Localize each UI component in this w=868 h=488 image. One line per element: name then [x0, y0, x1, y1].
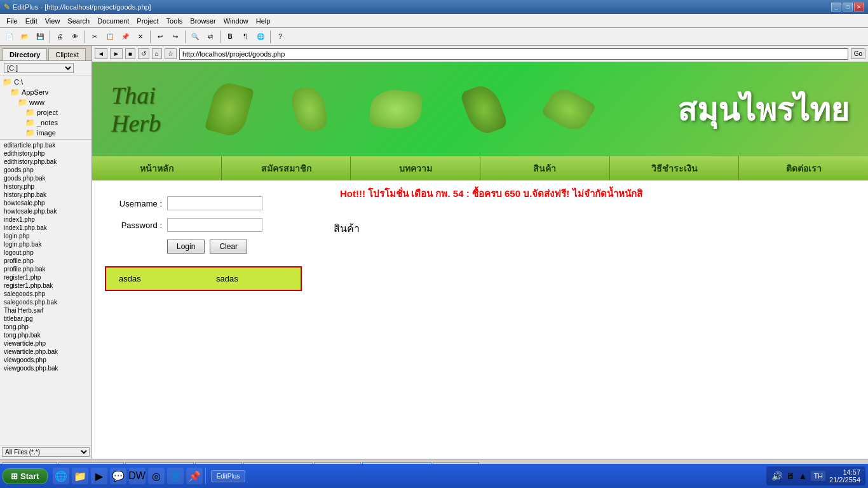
file-item[interactable]: logout.php	[1, 248, 90, 257]
taskbar-user-icon[interactable]: 👤	[167, 468, 184, 484]
file-item[interactable]: salegoods.php	[1, 290, 90, 298]
taskbar-explorer-icon[interactable]: 📁	[72, 468, 88, 484]
file-item[interactable]: login.php.bak	[1, 240, 90, 248]
minimize-button[interactable]: _	[831, 3, 841, 11]
nav-home[interactable]: หน้าหลัก	[92, 156, 222, 180]
toolbar-replace[interactable]: ⇄	[203, 30, 217, 44]
maximize-button[interactable]: □	[843, 3, 853, 11]
tree-item-appserv[interactable]: 📁AppServ	[1, 87, 90, 97]
tree-item-image[interactable]: 📁image	[1, 128, 90, 138]
file-item[interactable]: edithistory.php	[1, 149, 90, 158]
file-item[interactable]: history.php	[1, 182, 90, 191]
file-item[interactable]: index1.php	[1, 215, 90, 224]
tree-item-www[interactable]: 📁www	[1, 97, 90, 107]
toolbar-save[interactable]: 💾	[33, 30, 47, 44]
tree-item-project[interactable]: 📁project	[1, 107, 90, 118]
menu-document[interactable]: Document	[93, 16, 133, 26]
tab-cliptext[interactable]: Cliptext	[48, 48, 86, 60]
nav-back[interactable]: ◄	[95, 48, 107, 59]
toolbar-new[interactable]: 📄	[3, 30, 17, 44]
drive-select[interactable]: [C:]	[4, 63, 74, 73]
menu-window[interactable]: Window	[220, 16, 252, 26]
menu-edit[interactable]: Edit	[22, 16, 41, 26]
toolbar-help[interactable]: ?	[273, 30, 287, 44]
nav-home[interactable]: ⌂	[152, 48, 162, 59]
tree-item-c[interactable]: 📁C:\	[1, 77, 90, 87]
tab-directory[interactable]: Directory	[3, 48, 47, 60]
file-item[interactable]: tong.php	[1, 323, 90, 331]
toolbar-print[interactable]: 🖨	[53, 30, 67, 44]
taskbar-dw-icon[interactable]: DW	[129, 468, 146, 484]
nav-stop[interactable]: ■	[125, 48, 135, 59]
toolbar-cut[interactable]: ✂	[88, 30, 102, 44]
file-item[interactable]: history.php.bak	[1, 191, 90, 199]
file-item[interactable]: viewarticle.php	[1, 339, 90, 348]
toolbar-browser[interactable]: 🌐	[254, 30, 268, 44]
file-item[interactable]: edithistory.php.bak	[1, 158, 90, 166]
nav-products[interactable]: สินค้า	[480, 156, 610, 180]
file-item[interactable]: register1.php	[1, 273, 90, 281]
nav-go[interactable]: Go	[851, 48, 865, 59]
password-input[interactable]	[167, 218, 262, 232]
file-item[interactable]: register1.php.bak	[1, 281, 90, 290]
menu-search[interactable]: Search	[64, 16, 93, 26]
nav-forward[interactable]: ►	[110, 48, 123, 59]
tray-language[interactable]: TH	[811, 471, 825, 481]
taskbar-media-icon[interactable]: ▶	[91, 468, 107, 484]
file-item[interactable]: viewarticle.php.bak	[1, 348, 90, 356]
tray-sound-icon[interactable]: 🔊	[771, 471, 782, 481]
taskbar-skype-icon[interactable]: 💬	[110, 468, 126, 484]
toolbar-search[interactable]: 🔍	[188, 30, 202, 44]
toolbar-copy[interactable]: 📋	[103, 30, 117, 44]
file-item[interactable]: viewgoods.php.bak	[1, 364, 90, 372]
file-item[interactable]: goods.php	[1, 166, 90, 174]
tree-item-notes[interactable]: 📁_notes	[1, 118, 90, 128]
file-item[interactable]: howtosale.php	[1, 199, 90, 207]
nav-refresh[interactable]: ↺	[138, 48, 149, 59]
file-item[interactable]: Thai Herb.swf	[1, 306, 90, 315]
menu-browser[interactable]: Browser	[186, 16, 219, 26]
toolbar-open[interactable]: 📂	[18, 30, 32, 44]
file-item[interactable]: goods.php.bak	[1, 174, 90, 182]
toolbar-preview[interactable]: 👁	[68, 30, 82, 44]
taskbar-app-icon[interactable]: 📌	[186, 468, 203, 484]
clear-button[interactable]: Clear	[210, 240, 247, 254]
close-button[interactable]: ✕	[854, 3, 864, 11]
toolbar-delete[interactable]: ✕	[133, 30, 147, 44]
menu-project[interactable]: Project	[133, 16, 162, 26]
file-filter[interactable]: All Files (*.*)	[2, 447, 90, 457]
file-item[interactable]: profile.php.bak	[1, 265, 90, 273]
taskbar-ie-icon[interactable]: 🌐	[53, 468, 69, 484]
taskbar-item-editplus[interactable]: EditPlus	[211, 470, 246, 482]
toolbar-paste[interactable]: 📌	[118, 30, 132, 44]
file-item[interactable]: tong.php.bak	[1, 331, 90, 339]
file-item[interactable]: index1.php.bak	[1, 224, 90, 232]
menu-file[interactable]: File	[3, 16, 22, 26]
menu-tools[interactable]: Tools	[163, 16, 187, 26]
toolbar-bold[interactable]: B	[223, 30, 237, 44]
nav-bookmark[interactable]: ☆	[165, 48, 177, 59]
toolbar-undo[interactable]: ↩	[153, 30, 167, 44]
username-input[interactable]	[167, 196, 262, 210]
menu-view[interactable]: View	[41, 16, 64, 26]
start-button[interactable]: ⊞ Start	[3, 468, 48, 484]
file-item[interactable]: howtosale.php.bak	[1, 207, 90, 215]
address-input[interactable]	[179, 48, 848, 60]
toolbar-format[interactable]: ¶	[238, 30, 252, 44]
tray-network-icon[interactable]: 🖥	[786, 471, 795, 481]
toolbar-redo[interactable]: ↪	[168, 30, 182, 44]
nav-register[interactable]: สมัครสมาชิก	[222, 156, 351, 180]
login-button[interactable]: Login	[167, 240, 205, 254]
menu-help[interactable]: Help	[252, 16, 275, 26]
file-item[interactable]: titlebar.jpg	[1, 315, 90, 323]
nav-articles[interactable]: บทความ	[351, 156, 480, 180]
table-row[interactable]: asdas sadas	[105, 267, 301, 290]
nav-contact[interactable]: ติดต่อเรา	[739, 156, 868, 180]
file-item[interactable]: profile.php	[1, 257, 90, 265]
file-item[interactable]: viewgoods.php	[1, 356, 90, 364]
nav-payment[interactable]: วิธีชำระเงิน	[610, 156, 740, 180]
file-item[interactable]: salegoods.php.bak	[1, 298, 90, 306]
file-item[interactable]: login.php	[1, 232, 90, 240]
taskbar-chrome-icon[interactable]: ◎	[148, 468, 165, 484]
file-item[interactable]: editarticle.php.bak	[1, 141, 90, 149]
